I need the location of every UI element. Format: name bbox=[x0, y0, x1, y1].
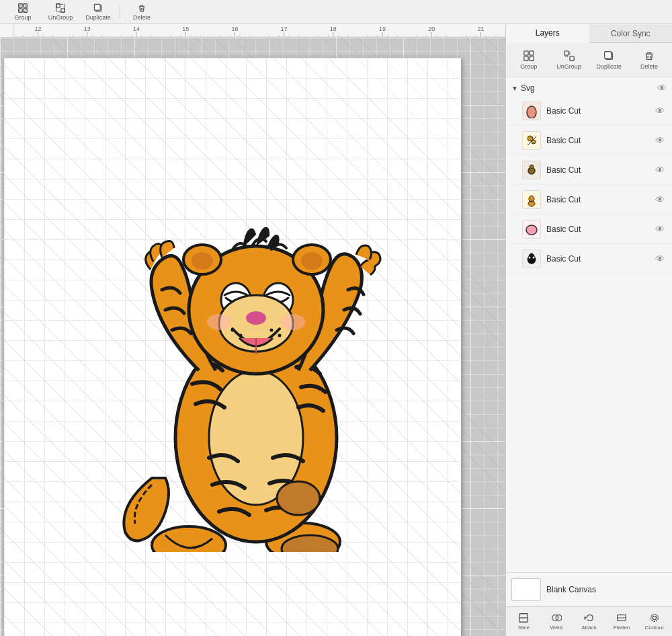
blank-canvas-label: Blank Canvas bbox=[546, 585, 596, 594]
attach-button[interactable]: Attach bbox=[574, 610, 604, 633]
svg-point-18 bbox=[192, 252, 213, 270]
layer-item[interactable]: Basic Cut 👁 bbox=[506, 185, 672, 214]
group-button[interactable]: Group bbox=[5, 2, 40, 22]
layer-visibility-toggle[interactable]: 👁 bbox=[653, 104, 667, 118]
svg-group-arrow: ▼ bbox=[511, 85, 518, 92]
svg-rect-34 bbox=[530, 56, 534, 61]
svg-point-44 bbox=[530, 165, 534, 169]
panel-group-button[interactable]: Group bbox=[510, 47, 548, 73]
ruler-top bbox=[13, 24, 505, 38]
right-panel: Layers Color Sync Group UnGr bbox=[505, 24, 672, 636]
svg-rect-0 bbox=[19, 4, 23, 8]
layer-name: Basic Cut bbox=[546, 165, 648, 175]
layer-item[interactable]: Basic Cut 👁 bbox=[506, 96, 672, 126]
layer-visibility-toggle[interactable]: 👁 bbox=[653, 252, 667, 266]
layer-item[interactable]: Basic Cut 👁 bbox=[506, 214, 672, 244]
svg-rect-38 bbox=[605, 52, 612, 58]
tab-color-sync[interactable]: Color Sync bbox=[589, 24, 673, 42]
layer-visibility-toggle[interactable]: 👁 bbox=[653, 163, 667, 177]
blank-canvas-item[interactable]: Blank Canvas bbox=[506, 572, 672, 606]
svg-group-header[interactable]: ▼ Svg 👁 bbox=[506, 80, 672, 96]
flatten-button[interactable]: Flatten bbox=[607, 610, 637, 633]
tab-layers[interactable]: Layers bbox=[506, 24, 589, 43]
layer-visibility-toggle[interactable]: 👁 bbox=[653, 223, 667, 236]
panel-ungroup-button[interactable]: UnGroup bbox=[550, 47, 588, 73]
layer-item[interactable]: Basic Cut 👁 bbox=[506, 155, 672, 185]
svg-rect-3 bbox=[24, 9, 28, 13]
ruler-corner bbox=[0, 24, 13, 38]
toolbar-separator bbox=[120, 5, 120, 19]
svg-point-30 bbox=[278, 334, 282, 337]
panel-toolbar: Group UnGroup Duplicate bbox=[506, 43, 672, 77]
layer-item[interactable]: Basic Cut 👁 bbox=[506, 126, 672, 155]
svg-point-58 bbox=[653, 616, 656, 619]
panel-duplicate-button[interactable]: Duplicate bbox=[591, 47, 628, 73]
top-toolbar: Group UnGroup Duplicate Delete bbox=[0, 0, 672, 24]
svg-rect-4 bbox=[19, 5, 26, 11]
svg-group-label: Svg bbox=[521, 83, 535, 93]
layer-thumbnail bbox=[522, 102, 541, 120]
blank-canvas-thumbnail bbox=[511, 578, 541, 601]
slice-button[interactable]: Slice bbox=[509, 610, 539, 633]
layer-visibility-toggle[interactable]: 👁 bbox=[653, 193, 667, 206]
layers-list: ▼ Svg 👁 Basic Cut 👁 bbox=[506, 77, 672, 572]
layer-thumbnail bbox=[522, 190, 541, 209]
contour-button[interactable]: Contour bbox=[639, 610, 669, 633]
panel-tabs: Layers Color Sync bbox=[506, 24, 672, 43]
ruler-canvas bbox=[13, 24, 505, 38]
svg-rect-36 bbox=[570, 56, 574, 61]
layer-visibility-toggle[interactable]: 👁 bbox=[653, 134, 667, 147]
svg-point-25 bbox=[207, 314, 231, 330]
layer-item[interactable]: Basic Cut 👁 bbox=[506, 244, 672, 274]
layer-thumbnail bbox=[522, 220, 541, 239]
svg-point-15 bbox=[277, 481, 320, 515]
svg-point-28 bbox=[239, 334, 243, 337]
svg-point-29 bbox=[270, 329, 274, 332]
layer-name: Basic Cut bbox=[546, 254, 648, 264]
canvas-area bbox=[0, 24, 505, 636]
canvas-workspace[interactable] bbox=[0, 38, 505, 636]
delete-button[interactable]: Delete bbox=[124, 2, 159, 22]
main-area: Layers Color Sync Group UnGr bbox=[0, 24, 672, 636]
svg-point-49 bbox=[529, 256, 531, 258]
svg-rect-2 bbox=[19, 9, 23, 13]
svg-point-54 bbox=[556, 615, 562, 621]
svg-point-50 bbox=[533, 256, 535, 258]
weld-button[interactable]: Weld bbox=[542, 610, 572, 633]
svg-rect-9 bbox=[94, 4, 100, 10]
bottom-panel-toolbar: Slice Weld Attach bbox=[506, 606, 672, 636]
tigger-illustration bbox=[65, 149, 401, 552]
svg-point-24 bbox=[246, 311, 266, 325]
ungroup-button[interactable]: UnGroup bbox=[43, 2, 78, 22]
svg-rect-1 bbox=[24, 4, 28, 8]
panel-delete-button[interactable]: Delete bbox=[630, 47, 668, 73]
svg-point-27 bbox=[231, 329, 235, 332]
layer-name: Basic Cut bbox=[546, 225, 648, 234]
svg-rect-33 bbox=[524, 56, 528, 61]
layer-name: Basic Cut bbox=[546, 106, 648, 116]
svg-point-26 bbox=[281, 314, 305, 330]
svg-point-48 bbox=[526, 225, 537, 235]
svg-point-39 bbox=[527, 106, 536, 118]
svg-rect-32 bbox=[530, 51, 534, 55]
layer-name: Basic Cut bbox=[546, 195, 648, 204]
layer-name: Basic Cut bbox=[546, 136, 648, 145]
ruler-container bbox=[0, 24, 505, 38]
svg-group-eye[interactable]: 👁 bbox=[657, 83, 667, 93]
layer-thumbnail bbox=[522, 161, 541, 180]
layer-thumbnail bbox=[522, 131, 541, 150]
svg-rect-7 bbox=[56, 4, 64, 11]
layer-thumbnail bbox=[522, 249, 541, 268]
svg-rect-31 bbox=[524, 51, 528, 55]
duplicate-button[interactable]: Duplicate bbox=[81, 2, 116, 22]
svg-point-20 bbox=[301, 252, 323, 270]
svg-rect-35 bbox=[564, 51, 568, 55]
paper-canvas[interactable] bbox=[4, 58, 461, 636]
svg-point-57 bbox=[650, 614, 658, 622]
